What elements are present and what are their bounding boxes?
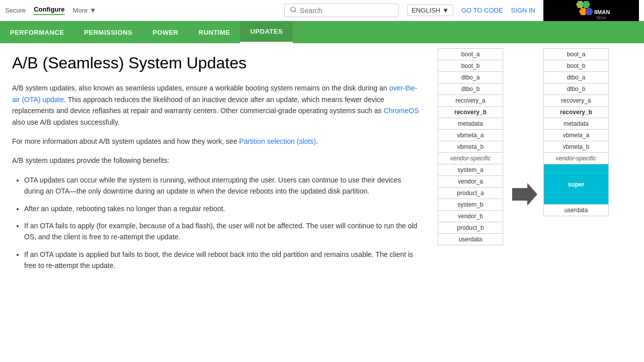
part-vbmeta-a: vbmeta_a — [438, 130, 503, 141]
right-partition-table: boot_a boot_b dtbo_a dtbo_b recovery_a r… — [543, 48, 609, 216]
bullet-3: If an OTA fails to apply (for example, b… — [24, 220, 421, 243]
rpart-vbmeta-b: vbmeta_b — [544, 141, 609, 153]
part-boot-b: boot_b — [438, 60, 503, 72]
svg-marker-3 — [582, 1, 590, 8]
more-label: More — [73, 7, 88, 14]
ota-update-link[interactable]: over-the-air (OTA) update — [12, 84, 417, 103]
logo-area: 8MAN TECH — [543, 0, 639, 21]
part-vendor-b: vendor_b — [438, 211, 503, 222]
svg-text:8MAN: 8MAN — [594, 9, 610, 15]
svg-marker-5 — [585, 8, 593, 15]
right-arrow-icon — [510, 180, 537, 208]
part-product-b: product_b — [438, 222, 503, 234]
rpart-boot-a: boot_a — [544, 49, 609, 60]
bullet-2: After an update, rebooting takes no long… — [24, 203, 421, 214]
rpart-boot-b: boot_b — [544, 60, 609, 72]
part-boot-a: boot_a — [438, 49, 503, 60]
svg-point-0 — [291, 7, 295, 12]
rpart-metadata: metadata — [544, 118, 609, 130]
left-partition-table: boot_a boot_b dtbo_a dtbo_b recovery_a r… — [438, 48, 503, 245]
main-layout: A/B (Seamless) System Updates A/B system… — [0, 43, 644, 362]
partition-selection-link[interactable]: Partition selection (slots) — [239, 137, 316, 145]
right-sidebar: boot_a boot_b dtbo_a dtbo_b recovery_a r… — [433, 43, 644, 362]
svg-text:TECH: TECH — [596, 16, 606, 20]
language-selector[interactable]: ENGLISH ▼ — [407, 5, 453, 16]
top-nav: Secure Configure More ▼ ENGLISH ▼ GO TO … — [0, 0, 644, 21]
rpart-dtbo-b: dtbo_b — [544, 83, 609, 95]
rpart-recovery-b: recovery_b — [544, 107, 609, 118]
part-metadata: metadata — [438, 118, 503, 130]
intro-paragraph: A/B system updates, also known as seamle… — [12, 82, 421, 128]
part-recovery-b: recovery_b — [438, 107, 503, 118]
tab-nav: PERFORMANCE PERMISSIONS POWER RUNTIME UP… — [0, 21, 644, 43]
go-to-code-link[interactable]: GO TO CODE — [461, 7, 503, 14]
part-product-a: product_a — [438, 188, 503, 199]
part-recovery-a: recovery_a — [438, 95, 503, 107]
sign-in-link[interactable]: SIGN IN — [511, 7, 535, 14]
part-dtbo-b: dtbo_b — [438, 83, 503, 95]
bullet-1: OTA updates can occur while the system i… — [24, 174, 421, 197]
more-menu[interactable]: More ▼ — [73, 7, 97, 14]
part-system-b: system_b — [438, 199, 503, 211]
tab-power[interactable]: POWER — [142, 21, 189, 43]
search-icon — [290, 6, 297, 15]
rpart-super: super — [544, 164, 609, 205]
benefits-list: OTA updates can occur while the system i… — [24, 174, 421, 272]
arrow-container — [508, 48, 538, 340]
part-vbmeta-b: vbmeta_b — [438, 141, 503, 153]
search-box — [284, 4, 399, 17]
part-system-a: system_a — [438, 164, 503, 176]
bullet-4: If an OTA update is applied but fails to… — [24, 249, 421, 272]
rpart-recovery-a: recovery_a — [544, 95, 609, 107]
configure-link[interactable]: Configure — [34, 6, 64, 15]
page-title: A/B (Seamless) System Updates — [12, 53, 421, 72]
rpart-vbmeta-a: vbmeta_a — [544, 130, 609, 141]
more-info-paragraph: For more information about A/B system up… — [12, 136, 421, 147]
8man-logo: 8MAN TECH — [571, 0, 611, 21]
lang-chevron-icon: ▼ — [442, 7, 449, 14]
tab-performance[interactable]: PERFORMANCE — [0, 21, 74, 43]
benefits-intro: A/B system updates provide the following… — [12, 155, 421, 166]
tab-permissions[interactable]: PERMISSIONS — [74, 21, 142, 43]
content-area: A/B (Seamless) System Updates A/B system… — [0, 43, 433, 362]
rpart-dtbo-a: dtbo_a — [544, 72, 609, 83]
part-dtbo-a: dtbo_a — [438, 72, 503, 83]
part-vendor-specific-left: vendor-specific — [438, 153, 503, 164]
tab-updates[interactable]: UPDATES — [240, 21, 293, 43]
rpart-vendor-specific: vendor-specific — [544, 153, 609, 164]
rpart-userdata: userdata — [544, 205, 609, 216]
secure-link[interactable]: Secure — [5, 7, 26, 14]
search-input[interactable] — [300, 7, 393, 15]
svg-line-1 — [295, 11, 296, 13]
chromeos-link[interactable]: ChromeOS — [383, 107, 419, 115]
svg-marker-8 — [512, 183, 537, 206]
tab-runtime[interactable]: RUNTIME — [189, 21, 240, 43]
chevron-down-icon: ▼ — [90, 7, 96, 14]
part-userdata-left: userdata — [438, 234, 503, 245]
part-vendor-a: vendor_a — [438, 176, 503, 188]
language-label: ENGLISH — [412, 7, 440, 14]
